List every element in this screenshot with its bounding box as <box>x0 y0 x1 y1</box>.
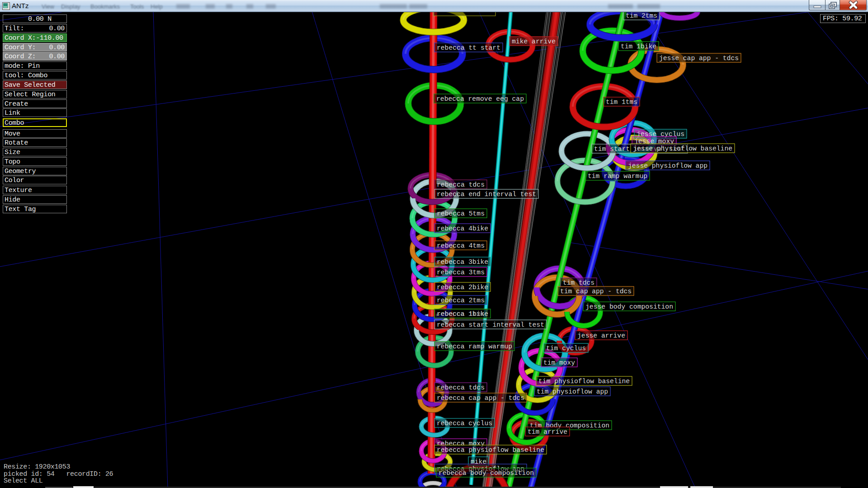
svg-text:tim ramp warmup: tim ramp warmup <box>588 173 647 180</box>
svg-text:mike arrive: mike arrive <box>512 38 556 45</box>
svg-text:jesse arrive: jesse arrive <box>577 332 625 339</box>
svg-text:rebecca start interval test: rebecca start interval test <box>437 321 544 328</box>
svg-text:tim 2tms: tim 2tms <box>626 12 657 19</box>
svg-text:rebecca tdcs: rebecca tdcs <box>437 181 485 188</box>
svg-text:jesse physioflow app: jesse physioflow app <box>628 162 708 169</box>
svg-text:rebecca 2tms: rebecca 2tms <box>437 297 485 304</box>
svg-text:rebecca 5tms: rebecca 5tms <box>437 210 485 217</box>
svg-text:tim tdcs: tim tdcs <box>563 279 594 286</box>
svg-text:rebecca 1bike: rebecca 1bike <box>437 310 488 318</box>
svg-text:rebecca 3tms: rebecca 3tms <box>437 269 485 276</box>
svg-text:tim moxy: tim moxy <box>543 359 575 366</box>
svg-text:tim physioflow baseline: tim physioflow baseline <box>538 378 630 385</box>
svg-text:tim 1bike: tim 1bike <box>621 43 656 50</box>
svg-text:rebecca remove eeg cap: rebecca remove eeg cap <box>436 95 524 103</box>
svg-text:rebecca cap app - tdcs: rebecca cap app - tdcs <box>437 394 524 402</box>
svg-text:rebecca 4bike: rebecca 4bike <box>437 225 488 232</box>
svg-text:tim 1tms: tim 1tms <box>606 99 637 106</box>
svg-text:rebecca physioflow baseline: rebecca physioflow baseline <box>437 446 544 454</box>
svg-text:jesse cap app - tdcs: jesse cap app - tdcs <box>659 55 739 62</box>
svg-text:rebecca 4tms: rebecca 4tms <box>437 242 485 249</box>
svg-text:rebecca body composition: rebecca body composition <box>439 469 534 477</box>
svg-text:rebecca tdcs: rebecca tdcs <box>437 384 485 391</box>
svg-text:tim arrive: tim arrive <box>528 428 567 436</box>
svg-text:tim cyclus: tim cyclus <box>546 345 586 352</box>
svg-text:rebecca end interval test: rebecca end interval test <box>437 191 536 198</box>
svg-text:rebecca cyclus: rebecca cyclus <box>437 420 492 427</box>
svg-text:rebecca ramp warmup: rebecca ramp warmup <box>437 343 512 350</box>
svg-text:jesse body composition: jesse body composition <box>585 303 673 310</box>
svg-text:rebecca 3bike: rebecca 3bike <box>437 258 488 266</box>
svg-text:rebecca 2bike: rebecca 2bike <box>437 284 488 291</box>
svg-text:rebecca tt start: rebecca tt start <box>437 44 500 52</box>
svg-text:jesse physioflow baseline: jesse physioflow baseline <box>633 145 732 152</box>
svg-text:tim physioflow app: tim physioflow app <box>537 388 608 395</box>
svg-text:tim cap app - tdcs: tim cap app - tdcs <box>560 288 632 295</box>
